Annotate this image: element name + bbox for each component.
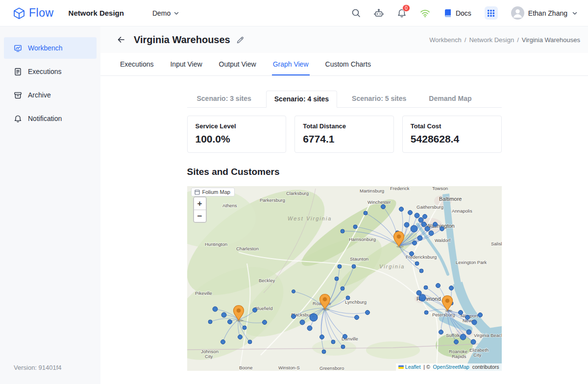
customer-dot[interactable]: [418, 217, 423, 222]
tab-scenario-5-sites[interactable]: Scenario: 5 sites: [344, 91, 414, 108]
customer-dot[interactable]: [454, 340, 458, 344]
customer-dot[interactable]: [243, 326, 246, 330]
customer-dot[interactable]: [417, 236, 422, 240]
map-label: Bluefield: [255, 306, 272, 311]
customer-dot[interactable]: [352, 264, 356, 268]
customer-dot[interactable]: [331, 340, 335, 344]
customer-dot[interactable]: [220, 340, 225, 344]
map-label: Beckley: [259, 278, 275, 283]
notifications-button[interactable]: 0: [397, 8, 407, 18]
customer-dot[interactable]: [341, 287, 344, 290]
openstreetmap-link[interactable]: OpenStreetMap: [433, 364, 469, 370]
customer-dot[interactable]: [478, 313, 482, 317]
map-label: Rapids: [452, 354, 466, 359]
back-button[interactable]: [116, 35, 126, 45]
customer-dot[interactable]: [409, 252, 414, 256]
customer-dot[interactable]: [424, 286, 428, 289]
tab-demand-map[interactable]: Demand Map: [421, 91, 479, 108]
customer-dot[interactable]: [424, 311, 428, 314]
customer-dot[interactable]: [465, 315, 469, 320]
customer-dot[interactable]: [415, 262, 419, 265]
env-selector[interactable]: Demo: [152, 9, 180, 17]
apps-grid-button[interactable]: [485, 6, 498, 20]
customer-dot[interactable]: [466, 330, 471, 335]
customer-dot[interactable]: [346, 296, 350, 300]
customer-dot[interactable]: [213, 307, 218, 312]
user-menu[interactable]: Ethan Zhang: [511, 6, 578, 20]
customer-dot[interactable]: [412, 241, 416, 245]
customer-dot[interactable]: [404, 222, 409, 227]
customer-dot[interactable]: [425, 226, 430, 231]
connection-status-button[interactable]: [420, 8, 430, 18]
assistant-bot-button[interactable]: [374, 8, 384, 18]
customer-dot[interactable]: [415, 213, 419, 218]
leaflet-link[interactable]: Leaflet: [405, 364, 421, 370]
customer-dot[interactable]: [449, 286, 453, 290]
breadcrumb-network-design[interactable]: Network Design: [469, 36, 514, 44]
customer-dot[interactable]: [440, 227, 444, 231]
customer-dot[interactable]: [343, 335, 347, 339]
sidebar-item-archive[interactable]: Archive: [4, 84, 97, 106]
docs-link[interactable]: Docs: [443, 9, 471, 18]
sidebar-item-executions[interactable]: Executions: [4, 61, 97, 82]
folium-map[interactable]: ClarksburgParkersburgAthensMartinsburgFr…: [187, 186, 502, 371]
customer-dot[interactable]: [460, 334, 466, 340]
customer-dot[interactable]: [227, 320, 232, 324]
customer-dot[interactable]: [262, 320, 267, 325]
customer-dot[interactable]: [307, 326, 312, 331]
customer-dot[interactable]: [365, 311, 369, 315]
customer-dot[interactable]: [408, 211, 412, 215]
tab-custom-charts[interactable]: Custom Charts: [324, 53, 372, 75]
tab-scenario-4-sites[interactable]: Scenario: 4 sites: [266, 91, 337, 108]
customer-dot[interactable]: [338, 264, 342, 268]
customer-dot[interactable]: [300, 320, 305, 325]
customer-dot[interactable]: [458, 311, 463, 315]
zoom-out-button[interactable]: −: [194, 210, 206, 222]
customer-dot[interactable]: [364, 211, 368, 215]
folium-map-chip[interactable]: Folium Map: [191, 188, 235, 196]
tab-graph-view[interactable]: Graph View: [272, 53, 310, 75]
customer-dot[interactable]: [429, 231, 434, 236]
customer-dot[interactable]: [436, 284, 440, 288]
customer-dot[interactable]: [248, 340, 252, 344]
edit-title-button[interactable]: [236, 36, 245, 44]
customer-dot[interactable]: [353, 225, 357, 229]
tab-input-view[interactable]: Input View: [169, 53, 203, 75]
customer-dot[interactable]: [221, 312, 226, 317]
customer-dot[interactable]: [421, 222, 426, 227]
flow-logo[interactable]: Flow: [13, 6, 54, 20]
customer-dot[interactable]: [310, 313, 318, 321]
customer-dot[interactable]: [471, 339, 476, 344]
customer-dot[interactable]: [252, 308, 257, 312]
sidebar-item-notification[interactable]: Notification: [4, 108, 97, 129]
customer-dot[interactable]: [322, 350, 326, 354]
customer-dot[interactable]: [292, 290, 295, 293]
customer-dot[interactable]: [319, 335, 324, 339]
search-button[interactable]: [351, 8, 361, 18]
map-label: Suffolk: [446, 333, 460, 338]
customer-dot[interactable]: [472, 320, 477, 325]
customer-dot[interactable]: [381, 205, 385, 209]
sidebar-item-workbench[interactable]: Workbench: [4, 37, 97, 59]
customer-dot[interactable]: [341, 345, 345, 349]
customer-dot[interactable]: [419, 269, 423, 273]
customer-dot[interactable]: [335, 277, 339, 281]
customer-dot[interactable]: [439, 330, 443, 335]
customer-dot[interactable]: [433, 222, 437, 227]
customer-dot[interactable]: [411, 225, 417, 232]
customer-dot[interactable]: [419, 294, 426, 301]
customer-dot[interactable]: [354, 315, 359, 320]
customer-dot[interactable]: [208, 320, 212, 324]
zoom-in-button[interactable]: +: [194, 197, 206, 210]
customer-dot[interactable]: [341, 229, 344, 233]
breadcrumb-workbench[interactable]: Workbench: [429, 36, 462, 44]
tab-scenario-3-sites[interactable]: Scenario: 3 sites: [189, 91, 259, 108]
customer-dot[interactable]: [399, 207, 403, 212]
tab-output-view[interactable]: Output View: [218, 53, 257, 75]
customer-dot[interactable]: [238, 335, 242, 339]
customer-dot[interactable]: [422, 215, 427, 219]
graph-view-panel: Scenario: 3 sites Scenario: 4 sites Scen…: [100, 76, 588, 384]
customer-dot[interactable]: [291, 314, 295, 319]
tab-executions[interactable]: Executions: [119, 53, 154, 75]
map-label: West Virginia: [288, 216, 332, 221]
